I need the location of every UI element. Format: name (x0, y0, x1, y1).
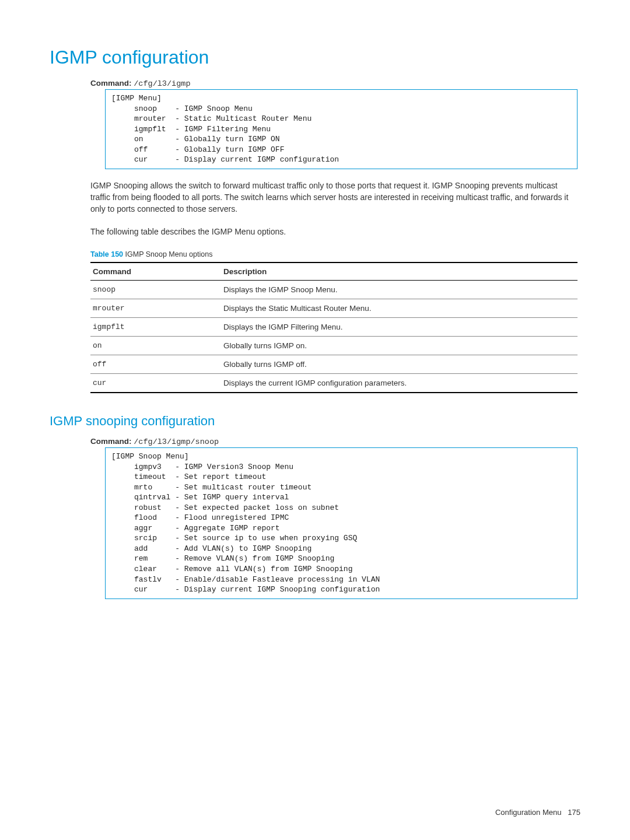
table-caption-label: Table 150 (90, 250, 123, 258)
igmp-menu-box: [IGMP Menu] snoop - IGMP Snoop Menu mrou… (105, 89, 578, 169)
table-cell-description: Globally turns IGMP off. (221, 355, 578, 374)
igmp-snoop-menu-box: [IGMP Snoop Menu] igmpv3 - IGMP Version3… (105, 447, 578, 599)
table-cell-command: off (90, 355, 221, 374)
table-row: off Globally turns IGMP off. (90, 355, 578, 374)
table-header-row: Command Description (90, 262, 578, 281)
table-row: igmpflt Displays the IGMP Filtering Menu… (90, 318, 578, 337)
command-path: /cfg/l3/igmp/snoop (134, 438, 219, 446)
paragraph-table-lead: The following table describes the IGMP M… (90, 226, 578, 237)
table-cell-description: Displays the current IGMP configuration … (221, 374, 578, 393)
command-label: Command: (90, 79, 132, 88)
igmp-options-table: Command Description snoop Displays the I… (90, 262, 578, 393)
command-path: /cfg/l3/igmp (134, 79, 190, 88)
table-cell-command: snoop (90, 281, 221, 299)
table-cell-command: igmpflt (90, 318, 221, 337)
table-caption: Table 150 IGMP Snoop Menu options (90, 250, 580, 258)
table-row: cur Displays the current IGMP configurat… (90, 374, 578, 393)
table-cell-description: Displays the Static Multicast Router Men… (221, 299, 578, 318)
table-cell-description: Displays the IGMP Snoop Menu. (221, 281, 578, 299)
command-line-2: Command: /cfg/l3/igmp/snoop (90, 437, 580, 446)
page-title: IGMP configuration (50, 47, 580, 68)
table-caption-text: IGMP Snoop Menu options (123, 250, 212, 258)
table-header-command: Command (90, 262, 221, 281)
command-label: Command: (90, 437, 132, 446)
table-cell-description: Globally turns IGMP on. (221, 337, 578, 355)
table-row: snoop Displays the IGMP Snoop Menu. (90, 281, 578, 299)
table-header-description: Description (221, 262, 578, 281)
table-cell-command: mrouter (90, 299, 221, 318)
table-cell-description: Displays the IGMP Filtering Menu. (221, 318, 578, 337)
section-title-snooping: IGMP snooping configuration (50, 414, 580, 429)
table-row: mrouter Displays the Static Multicast Ro… (90, 299, 578, 318)
table-cell-command: cur (90, 374, 221, 393)
paragraph-intro: IGMP Snooping allows the switch to forwa… (90, 180, 578, 215)
table-row: on Globally turns IGMP on. (90, 337, 578, 355)
command-line-1: Command: /cfg/l3/igmp (90, 79, 580, 88)
table-cell-command: on (90, 337, 221, 355)
